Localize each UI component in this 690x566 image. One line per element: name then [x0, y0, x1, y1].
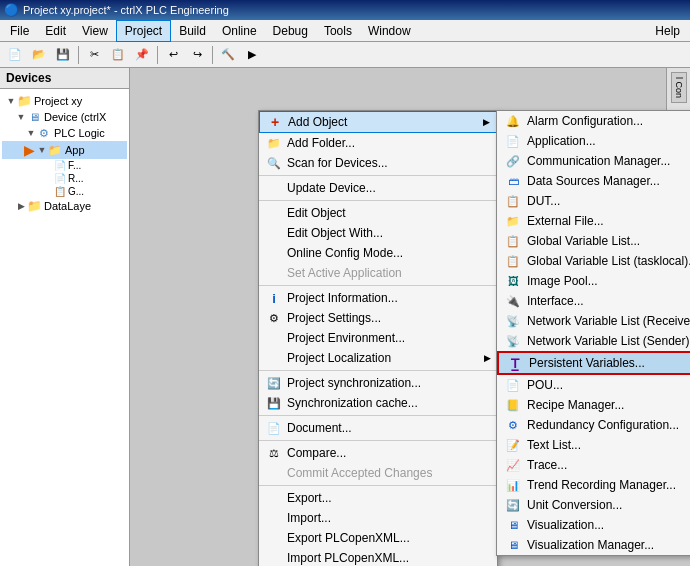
toolbar-sep3: [212, 46, 213, 64]
toolbar-build[interactable]: 🔨: [217, 44, 239, 66]
interface-icon: 🔌: [503, 293, 523, 309]
add-object-label: Add Object: [288, 115, 347, 129]
devices-panel-header: Devices: [0, 68, 129, 89]
settings-icon: ⚙: [265, 312, 283, 325]
datalayer-icon: 📁: [26, 199, 42, 213]
submenu-visualization[interactable]: 🖥 Visualization...: [497, 515, 690, 535]
external-file-label: External File...: [527, 214, 604, 228]
toolbar-save[interactable]: 💾: [52, 44, 74, 66]
submenu-trace[interactable]: 📈 Trace...: [497, 455, 690, 475]
menu-project-loc[interactable]: Project Localization: [259, 348, 497, 368]
menu-project-settings[interactable]: ⚙ Project Settings...: [259, 308, 497, 328]
menu-sync-cache[interactable]: 💾 Synchronization cache...: [259, 393, 497, 413]
submenu-trend-recording[interactable]: 📊 Trend Recording Manager...: [497, 475, 690, 495]
menu-build[interactable]: Build: [171, 20, 214, 42]
submenu-comm-manager[interactable]: 🔗 Communication Manager...: [497, 151, 690, 171]
menu-online-config[interactable]: Online Config Mode...: [259, 243, 497, 263]
menu-import-plc[interactable]: Import PLCopenXML...: [259, 548, 497, 566]
submenu-redundancy[interactable]: ⚙ Redundancy Configuration...: [497, 415, 690, 435]
tree-device[interactable]: ▼ 🖥 Device (ctrlX: [2, 109, 127, 125]
menu-edit-object-with[interactable]: Edit Object With...: [259, 223, 497, 243]
menu-edit-object[interactable]: Edit Object: [259, 203, 497, 223]
network-send-label: Network Variable List (Sender)...: [527, 334, 690, 348]
menu-document[interactable]: 📄 Document...: [259, 418, 497, 438]
menu-window[interactable]: Window: [360, 20, 419, 42]
submenu-external-file[interactable]: 📁 External File...: [497, 211, 690, 231]
tree-plc-logic[interactable]: ▼ ⚙ PLC Logic: [2, 125, 127, 141]
sep2: [259, 200, 497, 201]
menu-online[interactable]: Online: [214, 20, 265, 42]
interface-label: Interface...: [527, 294, 584, 308]
tree-arrow-data: ▶: [16, 201, 26, 211]
toolbar-redo[interactable]: ↪: [186, 44, 208, 66]
dut-icon: 📋: [503, 193, 523, 209]
update-label: Update Device...: [287, 181, 376, 195]
tree-project-xy[interactable]: ▼ 📁 Project xy: [2, 93, 127, 109]
network-recv-label: Network Variable List (Receiver)...: [527, 314, 690, 328]
submenu-persistent-vars[interactable]: T̲ Persistent Variables...: [497, 351, 690, 375]
trace-label: Trace...: [527, 458, 567, 472]
menu-add-object[interactable]: + Add Object: [259, 111, 497, 133]
menu-scan-devices[interactable]: 🔍 Scan for Devices...: [259, 153, 497, 173]
submenu-unit-conversion[interactable]: 🔄 Unit Conversion...: [497, 495, 690, 515]
menu-export-plc[interactable]: Export PLCopenXML...: [259, 528, 497, 548]
toolbar-run[interactable]: ▶: [241, 44, 263, 66]
submenu-interface[interactable]: 🔌 Interface...: [497, 291, 690, 311]
dut-label: DUT...: [527, 194, 560, 208]
menu-file[interactable]: File: [2, 20, 37, 42]
menu-import[interactable]: Import...: [259, 508, 497, 528]
menu-help[interactable]: Help: [647, 20, 688, 42]
submenu-pou[interactable]: 📄 POU...: [497, 375, 690, 395]
tree-area: ▼ 📁 Project xy ▼ 🖥 Device (ctrlX ▼ ⚙ PLC…: [0, 89, 129, 566]
tree-arrow-device: ▼: [16, 112, 26, 122]
doc-icon: 📄: [265, 422, 283, 435]
submenu-recipe-manager[interactable]: 📒 Recipe Manager...: [497, 395, 690, 415]
menu-project-info[interactable]: i Project Information...: [259, 288, 497, 308]
edit-obj-with-label: Edit Object With...: [287, 226, 383, 240]
tree-datalayer[interactable]: ▶ 📁 DataLaye: [2, 198, 127, 214]
submenu-viz-manager[interactable]: 🖥 Visualization Manager...: [497, 535, 690, 555]
submenu-text-list[interactable]: 📝 Text List...: [497, 435, 690, 455]
menu-debug[interactable]: Debug: [265, 20, 316, 42]
menu-update-device[interactable]: Update Device...: [259, 178, 497, 198]
tree-app-item1[interactable]: 📄 F...: [52, 159, 127, 172]
menu-tools[interactable]: Tools: [316, 20, 360, 42]
submenu-network-recv[interactable]: 📡 Network Variable List (Receiver)...: [497, 311, 690, 331]
sep5: [259, 415, 497, 416]
submenu-image-pool[interactable]: 🖼 Image Pool...: [497, 271, 690, 291]
toolbar-new[interactable]: 📄: [4, 44, 26, 66]
menu-commit: Commit Accepted Changes: [259, 463, 497, 483]
toolbar-open[interactable]: 📂: [28, 44, 50, 66]
menu-edit[interactable]: Edit: [37, 20, 74, 42]
image-pool-icon: 🖼: [503, 273, 523, 289]
submenu-global-var[interactable]: 📋 Global Variable List...: [497, 231, 690, 251]
toolbar-cut[interactable]: ✂: [83, 44, 105, 66]
submenu-application[interactable]: 📄 Application...: [497, 131, 690, 151]
submenu-dut[interactable]: 📋 DUT...: [497, 191, 690, 211]
submenu-alarm-config[interactable]: 🔔 Alarm Configuration...: [497, 111, 690, 131]
trend-label: Trend Recording Manager...: [527, 478, 676, 492]
tree-app-item3[interactable]: 📋 G...: [52, 185, 127, 198]
menu-project[interactable]: Project: [116, 20, 171, 42]
submenu-network-send[interactable]: 📡 Network Variable List (Sender)...: [497, 331, 690, 351]
menu-compare[interactable]: ⚖ Compare...: [259, 443, 497, 463]
trace-icon: 📈: [503, 457, 523, 473]
comm-label: Communication Manager...: [527, 154, 670, 168]
tab-lcon[interactable]: l Con: [671, 72, 687, 103]
menu-project-env[interactable]: Project Environment...: [259, 328, 497, 348]
play-arrow-icon: ▶: [24, 142, 35, 158]
tree-app[interactable]: ▶ ▼ 📁 App: [2, 141, 127, 159]
menu-add-folder[interactable]: 📁 Add Folder...: [259, 133, 497, 153]
recipe-icon: 📒: [503, 397, 523, 413]
toolbar-paste[interactable]: 📌: [131, 44, 153, 66]
submenu-data-sources[interactable]: 🗃 Data Sources Manager...: [497, 171, 690, 191]
toolbar-undo[interactable]: ↩: [162, 44, 184, 66]
tree-app-item2[interactable]: 📄 R...: [52, 172, 127, 185]
unit-conv-label: Unit Conversion...: [527, 498, 622, 512]
menu-export[interactable]: Export...: [259, 488, 497, 508]
menu-project-sync[interactable]: 🔄 Project synchronization...: [259, 373, 497, 393]
submenu-global-var-task[interactable]: 📋 Global Variable List (tasklocal)...: [497, 251, 690, 271]
menu-view[interactable]: View: [74, 20, 116, 42]
scan-icon: 🔍: [265, 157, 283, 170]
toolbar-copy[interactable]: 📋: [107, 44, 129, 66]
